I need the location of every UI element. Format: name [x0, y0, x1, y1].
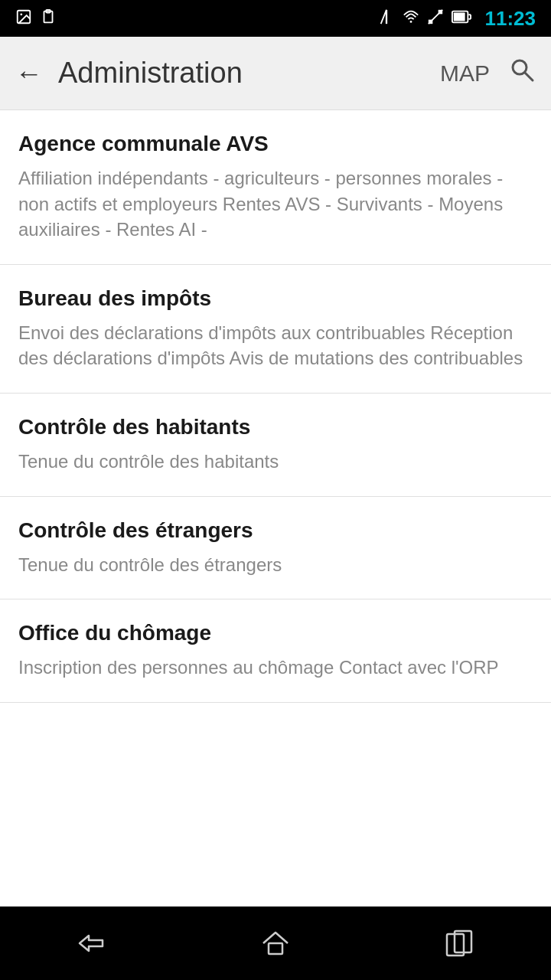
svg-point-1	[20, 13, 22, 15]
page-title: Administration	[58, 57, 440, 90]
list-item-habitants[interactable]: Contrôle des habitantsTenue du contrôle …	[0, 394, 551, 497]
app-bar: ← Administration MAP	[0, 37, 551, 110]
image-status-icon	[15, 8, 32, 29]
status-bar: 11:23	[0, 0, 551, 37]
back-button[interactable]: ←	[15, 57, 43, 90]
content-list: Agence communale AVSAffiliation indépend…	[0, 110, 551, 906]
list-item-title-impots: Bureau des impôts	[18, 286, 533, 311]
map-button[interactable]: MAP	[440, 60, 490, 87]
list-item-avs[interactable]: Agence communale AVSAffiliation indépend…	[0, 110, 551, 265]
app-bar-actions: MAP	[440, 56, 536, 90]
nav-recent-button[interactable]	[413, 920, 505, 966]
wifi-status-icon	[403, 8, 419, 29]
clipboard-status-icon	[40, 8, 57, 29]
svg-rect-9	[428, 19, 432, 23]
list-item-desc-impots: Envoi des déclarations d'impôts aux cont…	[18, 320, 533, 371]
status-time: 11:23	[485, 7, 536, 31]
signal-status-icon	[378, 8, 395, 29]
search-button[interactable]	[508, 56, 536, 90]
list-item-chomage[interactable]: Office du chômageInscription des personn…	[0, 599, 551, 703]
svg-rect-11	[453, 12, 465, 21]
list-item-desc-avs: Affiliation indépendants - agriculteurs …	[18, 165, 533, 243]
list-item-desc-chomage: Inscription des personnes au chômage Con…	[18, 655, 533, 681]
list-item-title-chomage: Office du chômage	[18, 621, 533, 645]
battery-status-icon	[452, 8, 471, 29]
list-item-title-etrangers: Contrôle des étrangers	[18, 518, 533, 543]
list-item-impots[interactable]: Bureau des impôtsEnvoi des déclarations …	[0, 265, 551, 394]
bottom-nav-bar	[0, 906, 551, 980]
list-item-title-avs: Agence communale AVS	[18, 132, 533, 156]
svg-rect-17	[269, 943, 282, 954]
list-item-etrangers[interactable]: Contrôle des étrangersTenue du contrôle …	[0, 497, 551, 600]
status-icons-right: 11:23	[378, 7, 536, 31]
svg-point-6	[409, 21, 412, 23]
nav-back-button[interactable]	[46, 920, 138, 966]
network-status-icon	[427, 8, 444, 29]
nav-home-button[interactable]	[230, 920, 321, 966]
list-item-title-habitants: Contrôle des habitants	[18, 415, 533, 439]
svg-line-16	[525, 73, 533, 80]
list-item-desc-habitants: Tenue du contrôle des habitants	[18, 449, 533, 475]
list-item-desc-etrangers: Tenue du contrôle des étrangers	[18, 552, 533, 578]
svg-rect-8	[438, 9, 442, 14]
